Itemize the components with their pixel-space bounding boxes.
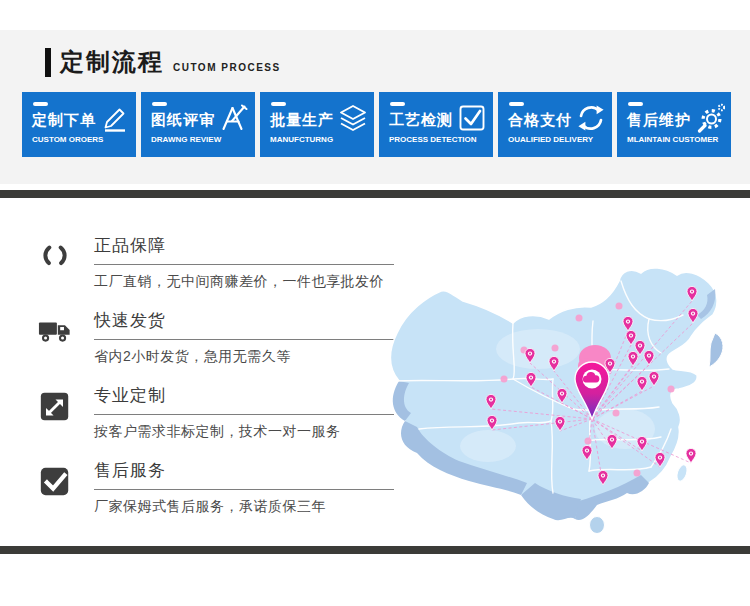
pencil-icon — [100, 103, 130, 133]
process-steps-row: 定制下单 CUSTOM OROERS 图纸评审 DRAWNG REVIEW 批量… — [22, 92, 731, 157]
section-header: 定制流程 CUTOM PROCESS — [45, 46, 281, 78]
feature-title: 正品保障 — [94, 228, 394, 265]
process-step-process-detection: 工艺检测 PROCESS DETECTION — [379, 92, 493, 157]
feature-professional-custom: 专业定制 按客户需求非标定制，技术一对一服务 — [36, 378, 428, 453]
feature-list: 正品保障 工厂直销，无中间商赚差价，一件也享批发价 快速发货 省内2小时发货，急… — [36, 228, 428, 528]
feature-fast-delivery: 快速发货 省内2小时发货，急用无需久等 — [36, 303, 428, 378]
step-subtitle: DRAWNG REVIEW — [151, 135, 249, 144]
feature-genuine-guarantee: 正品保障 工厂直销，无中间商赚差价，一件也享批发价 — [36, 228, 428, 303]
process-step-after-sale-maintain: 售后维护 MLAINTAIN CUSTOMER — [617, 92, 731, 157]
feature-description: 工厂直销，无中间商赚差价，一件也享批发价 — [94, 273, 428, 291]
hainan-island — [590, 517, 605, 534]
section-title: 定制流程 — [60, 46, 164, 78]
step-dash — [271, 102, 286, 106]
divider-bottom — [0, 546, 750, 554]
feature-description: 厂家保姆式售后服务，承诺质保三年 — [94, 498, 428, 516]
china-map-svg — [383, 261, 750, 547]
section-subtitle: CUTOM PROCESS — [173, 62, 281, 73]
layers-icon — [338, 103, 368, 133]
step-subtitle: OUALIFIED DELIVERY — [508, 135, 606, 144]
truck-icon — [38, 313, 72, 349]
step-subtitle: PROCESS DETECTION — [389, 135, 487, 144]
hands-icon — [38, 238, 72, 274]
china-mainland-shape — [390, 268, 717, 520]
divider-top — [0, 190, 750, 198]
feature-description: 按客户需求非标定制，技术一对一服务 — [94, 423, 428, 441]
feature-title: 专业定制 — [94, 378, 394, 415]
step-dash — [33, 102, 48, 106]
drafting-compass-icon — [219, 103, 249, 133]
step-dash — [152, 102, 167, 106]
header-accent-bar — [45, 48, 51, 77]
step-dash — [390, 102, 405, 106]
check-square-icon — [457, 103, 487, 133]
feature-title: 售后服务 — [94, 453, 394, 490]
process-step-qualified-delivery: 合格支付 OUALIFIED DELIVERY — [498, 92, 612, 157]
feature-title: 快速发货 — [94, 303, 394, 340]
process-step-manufacturing: 批量生产 MANUFCTURNG — [260, 92, 374, 157]
process-step-drawing-review: 图纸评审 DRAWNG REVIEW — [141, 92, 255, 157]
refresh-arrows-icon — [576, 103, 606, 133]
gear-service-icon — [695, 103, 725, 133]
step-dash — [509, 102, 524, 106]
step-subtitle: CUSTOM OROERS — [32, 135, 130, 144]
step-subtitle: MLAINTAIN CUSTOMER — [627, 135, 725, 144]
step-subtitle: MANUFCTURNG — [270, 135, 368, 144]
china-distribution-map — [383, 261, 750, 547]
resize-arrow-icon — [38, 388, 72, 424]
taiwan-island — [675, 464, 689, 483]
check-icon — [38, 463, 72, 499]
feature-description: 省内2小时发货，急用无需久等 — [94, 348, 428, 366]
step-dash — [628, 102, 643, 106]
feature-after-sale-service: 售后服务 厂家保姆式售后服务，承诺质保三年 — [36, 453, 428, 528]
process-step-custom-order: 定制下单 CUSTOM OROERS — [22, 92, 136, 157]
